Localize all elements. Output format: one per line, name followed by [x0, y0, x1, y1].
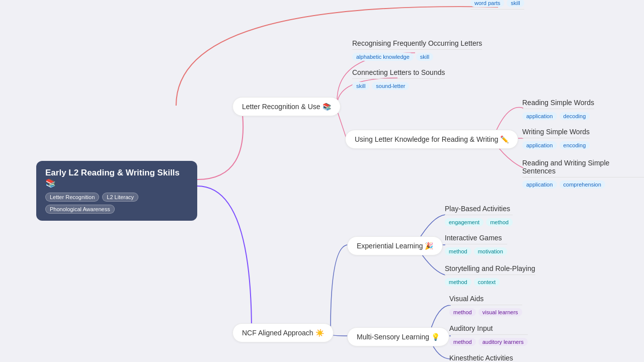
- ncf-aligned-node[interactable]: NCF Aligned Approach ☀️: [232, 323, 334, 342]
- reading-writing-tag-1: application: [522, 180, 557, 189]
- root-tag-1: Letter Recognition: [45, 193, 99, 202]
- storytelling-title: Storytelling and Role-Playing: [445, 264, 535, 273]
- root-tag-2: L2 Literacy: [102, 193, 138, 202]
- play-based-node: Play-Based Activities engagement method: [445, 205, 513, 226]
- visual-aids-node: Visual Aids method visual learners: [449, 295, 522, 316]
- reading-simple-tag-2: decoding: [559, 112, 590, 120]
- auditory-input-tag-1: method: [449, 338, 476, 346]
- connecting-tag-2: sound-letter: [372, 82, 409, 90]
- connecting-tag-1: skill: [352, 82, 369, 90]
- reading-writing-title: Reading and Writing Simple Sentences: [522, 159, 644, 175]
- recognising-title: Recognising Frequently Occurring Letters: [352, 39, 482, 47]
- root-title: Early L2 Reading & Writing Skills 📚: [45, 168, 188, 189]
- top-tag-wordparts: word parts: [470, 0, 504, 7]
- auditory-input-title: Auditory Input: [449, 324, 528, 332]
- storytelling-node: Storytelling and Role-Playing method con…: [445, 264, 535, 286]
- play-based-tag-1: engagement: [445, 218, 484, 226]
- root-tag-3: Phonological Awareness: [45, 205, 115, 214]
- storytelling-tag-1: method: [445, 278, 471, 286]
- reading-simple-title: Reading Simple Words: [522, 99, 594, 107]
- ncf-aligned-label: NCF Aligned Approach ☀️: [242, 329, 324, 337]
- play-based-tag-2: method: [486, 218, 513, 226]
- experiential-label: Experiential Learning 🎉: [357, 242, 433, 250]
- recognising-tag-1: alphabetic knowledge: [352, 53, 414, 61]
- recognising-node: Recognising Frequently Occurring Letters…: [352, 39, 482, 61]
- visual-aids-title: Visual Aids: [449, 295, 522, 303]
- interactive-games-node: Interactive Games method motivation: [445, 234, 507, 255]
- play-based-title: Play-Based Activities: [445, 205, 513, 213]
- using-letter-node[interactable]: Using Letter Knowledge for Reading & Wri…: [345, 130, 518, 149]
- auditory-input-tag-2: auditory learners: [478, 338, 528, 346]
- root-node: Early L2 Reading & Writing Skills 📚 Lett…: [36, 161, 197, 221]
- interactive-games-title: Interactive Games: [445, 234, 507, 242]
- reading-simple-node: Reading Simple Words application decodin…: [522, 99, 594, 120]
- letter-recognition-label: Letter Recognition & Use 📚: [242, 103, 331, 111]
- recognising-tag-2: skill: [416, 53, 433, 61]
- writing-simple-tag-1: application: [522, 141, 557, 149]
- top-tag-skill: skill: [507, 0, 524, 7]
- connecting-title: Connecting Letters to Sounds: [352, 68, 445, 76]
- storytelling-tag-2: context: [474, 278, 500, 286]
- reading-simple-tag-1: application: [522, 112, 557, 120]
- using-letter-label: Using Letter Knowledge for Reading & Wri…: [355, 135, 509, 143]
- top-leaf-node: word parts skill: [470, 0, 524, 11]
- writing-simple-node: Writing Simple Words application encodin…: [522, 128, 590, 149]
- connecting-node: Connecting Letters to Sounds skill sound…: [352, 68, 445, 90]
- reading-writing-tag-2: comprehension: [559, 180, 605, 189]
- visual-aids-tag-2: visual learners: [478, 308, 522, 316]
- multi-sensory-label: Multi-Sensory Learning 💡: [357, 333, 440, 341]
- interactive-games-tag-2: motivation: [474, 247, 507, 255]
- writing-simple-tag-2: encoding: [559, 141, 590, 149]
- experiential-node[interactable]: Experiential Learning 🎉: [347, 236, 443, 255]
- kinesthetic-node: Kinesthetic Activities: [449, 354, 513, 362]
- letter-recognition-node[interactable]: Letter Recognition & Use 📚: [232, 97, 341, 116]
- multi-sensory-node[interactable]: Multi-Sensory Learning 💡: [347, 327, 449, 346]
- visual-aids-tag-1: method: [449, 308, 476, 316]
- writing-simple-title: Writing Simple Words: [522, 128, 590, 136]
- kinesthetic-title: Kinesthetic Activities: [449, 354, 513, 362]
- auditory-input-node: Auditory Input method auditory learners: [449, 324, 528, 346]
- root-tags: Letter Recognition L2 Literacy Phonologi…: [45, 193, 188, 214]
- reading-writing-node: Reading and Writing Simple Sentences app…: [522, 159, 644, 189]
- interactive-games-tag-1: method: [445, 247, 471, 255]
